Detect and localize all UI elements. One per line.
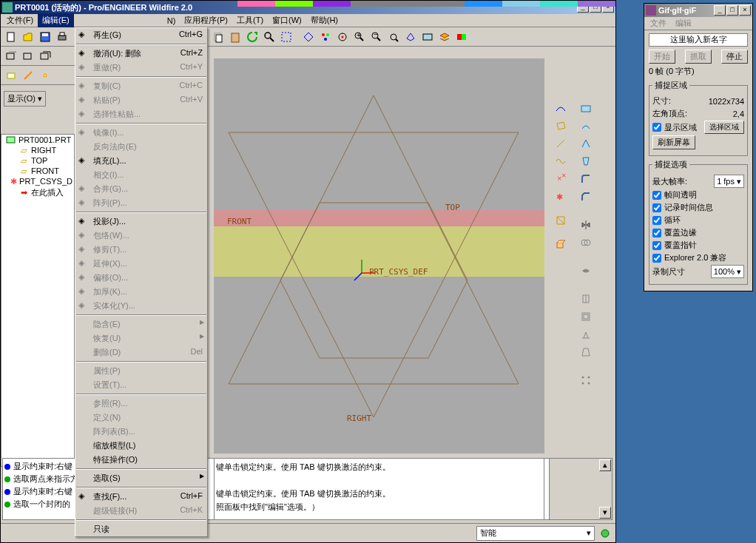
find-button[interactable] <box>261 29 277 45</box>
menu-item-l[interactable]: 缩放模型(L) <box>75 439 207 453</box>
draft-button[interactable] <box>576 152 595 170</box>
display-style-button[interactable] <box>453 29 470 45</box>
chamfer-button[interactable] <box>576 188 595 206</box>
start-button[interactable]: 开始 <box>649 50 675 64</box>
menu-9[interactable]: 帮助(H) <box>306 13 342 27</box>
open-button[interactable] <box>20 29 36 45</box>
shell-tool-button[interactable] <box>576 308 595 326</box>
name-input[interactable]: 这里输入新名字 <box>649 33 748 47</box>
merge-tool-button[interactable] <box>576 234 595 252</box>
menu-item-g[interactable]: ◈再生(G)Ctrl+G <box>75 28 207 42</box>
menu-5[interactable]: N) <box>163 15 180 27</box>
menu-1[interactable]: 编辑(E) <box>38 13 74 27</box>
select-button[interactable] <box>278 29 294 45</box>
opt-check-0[interactable] <box>652 191 661 200</box>
copy-button[interactable] <box>210 29 226 45</box>
paste-button[interactable] <box>227 29 243 45</box>
zoom-in-button[interactable]: + <box>351 29 368 45</box>
rib-button[interactable] <box>576 135 595 152</box>
display-dropdown[interactable]: 显示(O) ▾ <box>4 88 46 107</box>
draft-tool-button[interactable] <box>576 343 595 361</box>
zoom-out-button[interactable]: − <box>368 29 385 45</box>
extrude-button[interactable] <box>551 235 570 253</box>
opt-check-1[interactable] <box>652 203 661 212</box>
menu-3[interactable] <box>104 19 133 22</box>
style-button[interactable] <box>576 262 595 280</box>
opt-check-3[interactable] <box>652 229 661 237</box>
sketch-button[interactable] <box>551 212 570 229</box>
gif-menu-edit[interactable]: 编辑 <box>671 16 696 30</box>
regen-button[interactable] <box>244 29 260 45</box>
message-scrollbar[interactable]: ▴ ▾ <box>549 458 612 520</box>
new-button[interactable] <box>3 29 19 45</box>
gif-titlebar[interactable]: Gif·gIf·giF _ □ × <box>644 4 752 17</box>
proe-titlebar[interactable]: PRT0001 (活动的) - Pro/ENGINEER Wildfire 2.… <box>1 1 615 14</box>
tree-root[interactable]: PRT0001.PRT <box>1 135 74 145</box>
datum-axis-button[interactable] <box>20 67 36 84</box>
csys-button[interactable]: ✱ <box>551 188 570 206</box>
tree-item-prt_csys_d[interactable]: ✱PRT_CSYS_D <box>1 176 74 186</box>
gif-minimize-button[interactable]: _ <box>714 5 726 16</box>
plane-button[interactable] <box>551 117 570 135</box>
solid-icon: ◈ <box>78 300 89 311</box>
mirror-tool-button[interactable] <box>576 216 595 234</box>
menu-item-s[interactable]: 选取(S) <box>75 471 207 485</box>
shell-button[interactable] <box>576 117 595 135</box>
tree-item-front[interactable]: ▱FRONT <box>1 166 74 176</box>
curve-button[interactable] <box>551 152 570 170</box>
opt-check-5[interactable] <box>652 254 661 263</box>
wireframe-button[interactable] <box>3 48 19 64</box>
tree-item-top[interactable]: ▱TOP <box>1 155 74 166</box>
view-mode-2[interactable] <box>317 29 334 45</box>
menu-0[interactable]: 文件(F) <box>2 13 38 27</box>
datum-plane-button[interactable] <box>3 67 19 84</box>
refresh-button[interactable]: 刷新屏幕 <box>652 135 695 149</box>
menu-item-j[interactable]: ◈投影(J)... <box>75 215 207 229</box>
maxrate-select[interactable]: 1 fps ▾ <box>714 175 744 188</box>
hidden-button[interactable] <box>20 48 36 64</box>
filter-select[interactable]: 智能▾ <box>476 526 595 541</box>
select-area-button[interactable]: 选择区域 <box>704 121 744 134</box>
opt-check-4[interactable] <box>652 241 661 250</box>
pattern-tool-button[interactable] <box>576 371 595 389</box>
recsize-select[interactable]: 100%▾ <box>711 265 744 278</box>
line-button[interactable] <box>551 135 570 152</box>
view-mode-1[interactable] <box>300 29 317 45</box>
zoom-fit-button[interactable] <box>385 29 402 45</box>
print-button[interactable] <box>54 29 70 45</box>
menu-item-f[interactable]: ◈查找(F)...Ctrl+F <box>75 490 207 504</box>
menu-7[interactable]: 工具(T) <box>232 13 268 27</box>
gif-menu-file[interactable]: 文件 <box>646 16 671 30</box>
saved-views-button[interactable] <box>419 29 436 45</box>
datum-point-button[interactable] <box>37 67 53 84</box>
menu-item-o[interactable]: 特征操作(O) <box>75 453 207 467</box>
menu-item-u[interactable]: ◈撤消(U): 删除Ctrl+Z <box>75 47 207 61</box>
gif-close-button[interactable]: × <box>739 5 751 16</box>
save-button[interactable] <box>37 29 53 45</box>
opt-check-2[interactable] <box>652 216 661 225</box>
show-area-checkbox[interactable] <box>652 123 661 132</box>
menu-8[interactable]: 窗口(W) <box>268 13 306 27</box>
point-button[interactable]: ×× <box>551 170 570 188</box>
layer-button[interactable] <box>436 29 453 45</box>
grab-button[interactable]: 抓取 <box>685 50 712 64</box>
hole-wizard-button[interactable] <box>576 290 595 308</box>
rib-tool-button[interactable] <box>576 326 595 343</box>
hole-button[interactable] <box>576 99 595 117</box>
menu-2[interactable] <box>74 19 104 22</box>
round-button[interactable] <box>576 170 595 188</box>
graphics-canvas[interactable]: TOP FRONT RIGHT PRT_CSYS_DEF <box>214 58 544 453</box>
model-tree[interactable]: PRT0001.PRT ▱RIGHT▱TOP▱FRONT✱PRT_CSYS_D➡… <box>1 134 75 467</box>
gif-maximize-button[interactable]: □ <box>726 5 738 16</box>
spline-button[interactable] <box>551 99 570 117</box>
spin-center-button[interactable] <box>334 29 351 45</box>
tree-item-在此插入[interactable]: ➡在此插入 <box>1 186 74 199</box>
menu-item-[interactable]: 只读 <box>75 522 207 536</box>
tree-item-right[interactable]: ▱RIGHT <box>1 145 74 155</box>
nohidden-button[interactable] <box>37 48 53 64</box>
menu-6[interactable]: 应用程序(P) <box>180 13 232 27</box>
stop-button[interactable]: 停止 <box>721 50 748 64</box>
menu-4[interactable] <box>133 19 163 22</box>
menu-item-l[interactable]: ◈填充(L)... <box>75 154 207 168</box>
orient-button[interactable] <box>402 29 419 45</box>
